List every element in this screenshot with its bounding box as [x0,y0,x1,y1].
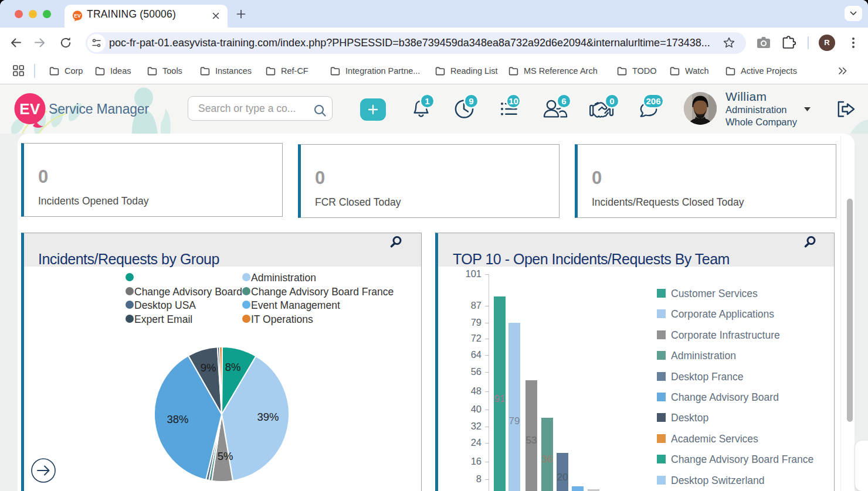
svg-text:EV: EV [19,100,40,118]
svg-text:EV: EV [74,13,81,19]
